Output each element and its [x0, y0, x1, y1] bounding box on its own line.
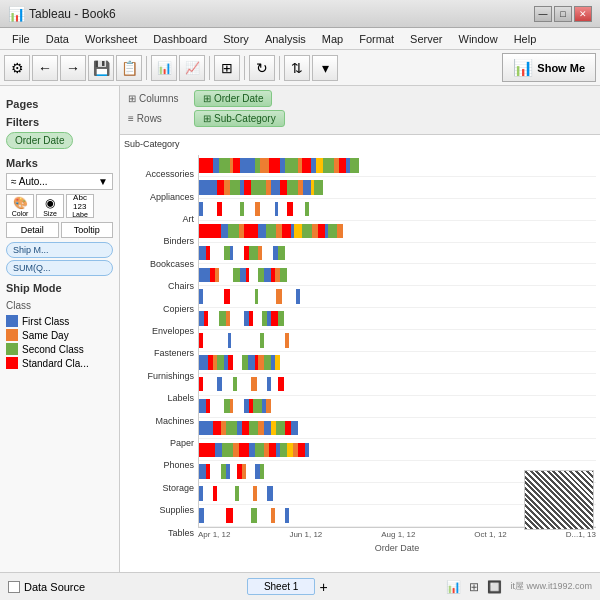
chart-row[interactable]: [199, 330, 596, 352]
add-sheet-icon[interactable]: +: [319, 579, 327, 595]
x-tick-label: D...1, 13: [566, 530, 596, 539]
toolbar-forward-btn[interactable]: →: [60, 55, 86, 81]
columns-label: ⊞ Columns: [128, 93, 188, 104]
x-axis: Apr 1, 12Jun 1, 12Aug 1, 12Oct 1, 12D...…: [198, 528, 596, 568]
marks-color-btn[interactable]: 🎨 Color: [6, 194, 34, 218]
legend-label-same-day: Same Day: [22, 330, 69, 341]
ship-mode-section: Ship Mode Class First Class Same Day Sec…: [6, 282, 113, 369]
toolbar-save-btn[interactable]: 💾: [88, 55, 114, 81]
toolbar-sort-btn[interactable]: ⇅: [284, 55, 310, 81]
status-right: 📊 ⊞ 🔲 it屋 www.it1992.com: [446, 580, 592, 594]
filter-order-date[interactable]: Order Date: [6, 132, 73, 149]
y-axis-label: Supplies: [124, 499, 198, 521]
marks-label-btn[interactable]: Abc123 Labe: [66, 194, 94, 218]
menu-map[interactable]: Map: [314, 31, 351, 47]
toolbar-duplicate-btn[interactable]: 📋: [116, 55, 142, 81]
menu-window[interactable]: Window: [451, 31, 506, 47]
chart-row[interactable]: [199, 439, 596, 461]
legend-label-first-class: First Class: [22, 316, 69, 327]
rows-label: ≡ Rows: [128, 113, 188, 124]
toolbar-sep-1: [146, 56, 147, 80]
menu-help[interactable]: Help: [506, 31, 545, 47]
y-axis-label: Machines: [124, 409, 198, 431]
toolbar-settings-btn[interactable]: ⚙: [4, 55, 30, 81]
toolbar-status-icon2: ⊞: [469, 580, 479, 594]
toolbar-sep-4: [279, 56, 280, 80]
title-bar: 📊 Tableau - Book6 — □ ✕: [0, 0, 600, 28]
viz-area: ⊞ Columns ⊞ Order Date ≡ Rows ⊞ Sub-Cate…: [120, 86, 600, 572]
chart-row[interactable]: [199, 199, 596, 221]
toolbar-status-icon1: 📊: [446, 580, 461, 594]
minimize-button[interactable]: —: [534, 6, 552, 22]
chart-inner: Sub-Category AccessoriesAppliancesArtBin…: [124, 139, 596, 568]
toolbar-filter-btn[interactable]: ▾: [312, 55, 338, 81]
data-source-label[interactable]: Data Source: [24, 581, 85, 593]
toolbar-chart2-btn[interactable]: 📈: [179, 55, 205, 81]
ship-mode-class: Class: [6, 300, 113, 311]
tooltip-btn[interactable]: Tooltip: [61, 222, 114, 238]
chart-row[interactable]: [199, 243, 596, 265]
chart-row[interactable]: [199, 396, 596, 418]
chart-row[interactable]: [199, 286, 596, 308]
y-axis-label: Furnishings: [124, 365, 198, 387]
y-axis-label: Paper: [124, 432, 198, 454]
y-axis-label: Accessories: [124, 163, 198, 185]
detail-btn[interactable]: Detail: [6, 222, 59, 238]
y-axis-label: Chairs: [124, 275, 198, 297]
menu-format[interactable]: Format: [351, 31, 402, 47]
y-axis-label: Envelopes: [124, 320, 198, 342]
x-tick-label: Oct 1, 12: [474, 530, 506, 539]
chart-row[interactable]: [199, 221, 596, 243]
y-axis-label: Appliances: [124, 185, 198, 207]
menu-file[interactable]: File: [4, 31, 38, 47]
marks-size-btn[interactable]: ◉ Size: [36, 194, 64, 218]
detail-tooltip-row: Detail Tooltip: [6, 222, 113, 238]
chart-row[interactable]: [199, 418, 596, 440]
menu-story[interactable]: Story: [215, 31, 257, 47]
left-panel: Pages Filters Order Date Marks ≈ Auto...…: [0, 86, 120, 572]
chart-row[interactable]: [199, 352, 596, 374]
rows-pill[interactable]: ⊞ Sub-Category: [194, 110, 285, 127]
ship-mode-chip[interactable]: Ship M...: [6, 242, 113, 258]
y-axis-label: Binders: [124, 230, 198, 252]
toolbar-chart1-btn[interactable]: 📊: [151, 55, 177, 81]
menu-analysis[interactable]: Analysis: [257, 31, 314, 47]
menu-data[interactable]: Data: [38, 31, 77, 47]
close-button[interactable]: ✕: [574, 6, 592, 22]
toolbar-table-btn[interactable]: ⊞: [214, 55, 240, 81]
show-me-button[interactable]: 📊 Show Me: [502, 53, 596, 82]
y-axis-label: Storage: [124, 477, 198, 499]
toolbar-status-icon3: 🔲: [487, 580, 502, 594]
ship-mode-title: Ship Mode: [6, 282, 113, 294]
columns-pill[interactable]: ⊞ Order Date: [194, 90, 272, 107]
chart-row[interactable]: [199, 264, 596, 286]
rows-shelf: ≡ Rows ⊞ Sub-Category: [128, 110, 592, 127]
legend-first-class: First Class: [6, 315, 113, 327]
legend-dot-second-class: [6, 343, 18, 355]
sum-q-chip[interactable]: SUM(Q...: [6, 260, 113, 276]
x-title: Order Date: [198, 543, 596, 553]
menu-worksheet[interactable]: Worksheet: [77, 31, 145, 47]
data-source-checkbox[interactable]: [8, 581, 20, 593]
toolbar-back-btn[interactable]: ←: [32, 55, 58, 81]
maximize-button[interactable]: □: [554, 6, 572, 22]
chart-row[interactable]: [199, 374, 596, 396]
chart-row[interactable]: [199, 308, 596, 330]
qr-overlay: [524, 470, 594, 530]
sheet1-tab[interactable]: Sheet 1: [247, 578, 315, 595]
y-axis-label: Bookcases: [124, 253, 198, 275]
window-controls: — □ ✕: [534, 6, 592, 22]
x-tick-label: Jun 1, 12: [289, 530, 322, 539]
toolbar-refresh-btn[interactable]: ↻: [249, 55, 275, 81]
menu-server[interactable]: Server: [402, 31, 450, 47]
chart-row[interactable]: [199, 177, 596, 199]
legend-second-class: Second Class: [6, 343, 113, 355]
y-axis-label: Tables: [124, 522, 198, 544]
marks-dropdown[interactable]: ≈ Auto... ▼: [6, 173, 113, 190]
chart-row[interactable]: [199, 155, 596, 177]
y-axis-label: Fasteners: [124, 342, 198, 364]
menu-dashboard[interactable]: Dashboard: [145, 31, 215, 47]
marks-title: Marks: [6, 157, 113, 169]
pages-title: Pages: [6, 98, 113, 110]
toolbar: ⚙ ← → 💾 📋 📊 📈 ⊞ ↻ ⇅ ▾ 📊 Show Me: [0, 50, 600, 86]
